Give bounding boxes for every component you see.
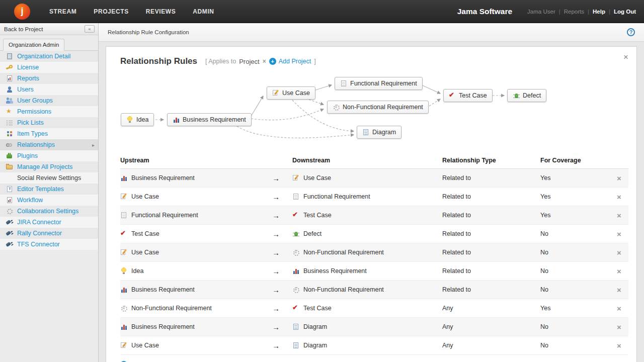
title-row: Relationship Rules [ Applies to Project …: [120, 54, 628, 69]
upstream-label: Functional Requirement: [131, 212, 198, 219]
sidebar-item-users[interactable]: Users: [0, 84, 98, 95]
arrow-right-icon: →: [272, 174, 280, 183]
diagram-node-use-case: Use Case: [267, 86, 315, 100]
nav-jama-user[interactable]: Jama User: [527, 9, 555, 15]
tab-organization-admin[interactable]: Organization Admin: [3, 39, 64, 51]
node-label: Test Case: [459, 92, 487, 99]
sidebar-item-manage-all-projects[interactable]: Manage All Projects: [0, 161, 98, 172]
arrow-right-icon: →: [272, 230, 280, 238]
close-icon[interactable]: ×: [622, 52, 629, 62]
upstream-label: Use Case: [131, 249, 159, 256]
delete-relationship-icon[interactable]: ×: [614, 230, 624, 238]
diagram-node-test-case: Test Case: [443, 89, 493, 102]
nav-reviews[interactable]: REVIEWS: [146, 8, 176, 15]
delete-relationship-icon[interactable]: ×: [614, 304, 624, 313]
sidebar-item-label: Pick Lists: [17, 119, 44, 126]
downstream-item-icon: [292, 342, 299, 349]
table-row: Business Requirement → Diagram Any No ×: [120, 318, 628, 336]
sidebar-item-relationships[interactable]: Relationships ▸: [0, 139, 98, 150]
collapse-sidebar-button[interactable]: «: [85, 25, 95, 33]
sidebar-item-rally-connector[interactable]: Rally Connector: [0, 228, 98, 239]
nav-stream[interactable]: STREAM: [49, 8, 76, 15]
sidebar-item-tfs-connector[interactable]: TFS Connector: [0, 239, 98, 250]
report-icon: [6, 75, 13, 82]
for-coverage-cell: No: [540, 243, 610, 262]
relationship-type-cell: Any: [442, 299, 540, 318]
table-row: Use Case → Non-Functional Requirement Re…: [120, 243, 628, 262]
sidebar-item-reports[interactable]: Reports: [0, 73, 98, 84]
nav-help[interactable]: Help: [593, 9, 605, 15]
downstream-item-icon: [292, 249, 299, 256]
arrow-right-icon: →: [272, 193, 280, 201]
table-row: Business Requirement → Use Case Related …: [120, 169, 628, 188]
workflow-icon: [6, 197, 13, 204]
delete-relationship-icon[interactable]: ×: [614, 193, 624, 201]
sidebar-item-label: Permissions: [17, 108, 51, 115]
sidebar-item-plugins[interactable]: Plugins: [0, 150, 98, 161]
sidebar-item-collaboration-settings[interactable]: Collaboration Settings: [0, 206, 98, 217]
applies-project-value: Project: [239, 58, 259, 65]
building-icon: [6, 53, 13, 60]
sidebar-item-license[interactable]: License: [0, 62, 98, 73]
defect-icon: [513, 92, 520, 99]
upstream-item-icon: [120, 305, 127, 312]
help-icon[interactable]: ?: [627, 28, 635, 36]
delete-relationship-icon[interactable]: ×: [614, 211, 624, 220]
delete-relationship-icon[interactable]: ×: [614, 248, 624, 257]
sidebar-item-social-review-settings[interactable]: Social Review Settings: [0, 172, 98, 184]
sidebar-item-editor-templates[interactable]: Editor Templates: [0, 184, 98, 195]
for-coverage-cell: No: [540, 281, 610, 299]
sidebar-item-permissions[interactable]: Permissions: [0, 106, 98, 117]
sidebar-menu: Organization Detail License Reports User…: [0, 51, 98, 250]
sidebar-item-pick-lists[interactable]: Pick Lists: [0, 117, 98, 128]
nav-projects[interactable]: PROJECTS: [94, 8, 128, 15]
sidebar-item-label: TFS Connector: [17, 241, 60, 248]
upstream-label: Business Requirement: [131, 286, 195, 293]
delete-relationship-icon[interactable]: ×: [614, 267, 624, 276]
key-icon: [6, 64, 13, 71]
diagram-node-diagram: Diagram: [357, 126, 401, 139]
arrow-right-icon: →: [272, 248, 280, 257]
logo-letter: j: [21, 6, 23, 17]
chevron-right-icon: ▸: [92, 142, 95, 148]
nav-reports-link[interactable]: Reports: [564, 9, 584, 15]
top-nav: j STREAM PROJECTS REVIEWS ADMIN Jama Sof…: [0, 0, 644, 23]
downstream-label: Diagram: [303, 323, 327, 330]
arrow-right-icon: →: [272, 211, 280, 220]
sidebar-item-item-types[interactable]: Item Types: [0, 128, 98, 139]
sidebar-item-user-groups[interactable]: User Groups: [0, 95, 98, 106]
page-title: Relationship Rules: [120, 56, 197, 66]
divider: |: [609, 9, 610, 15]
for-coverage-cell: Yes: [540, 299, 610, 318]
delete-relationship-icon[interactable]: ×: [614, 174, 624, 183]
badge-icon: [6, 108, 13, 115]
delete-relationship-icon[interactable]: ×: [614, 341, 624, 350]
sidebar-item-workflow[interactable]: Workflow: [0, 195, 98, 206]
sidebar-item-label: Relationships: [17, 141, 55, 148]
breadcrumb-bar: Relationship Rule Configuration ?: [99, 23, 644, 42]
sidebar-item-jira-connector[interactable]: JIRA Connector: [0, 217, 98, 228]
applies-close: ]: [314, 58, 315, 65]
jama-logo[interactable]: j: [14, 4, 30, 20]
sidebar-item-label: Reports: [17, 75, 39, 82]
for-coverage-cell: Yes: [540, 206, 610, 225]
idea-icon: [126, 116, 133, 123]
nav-logout[interactable]: Log Out: [614, 9, 636, 15]
node-label: Functional Requirement: [350, 80, 417, 87]
sidebar-item-organization-detail[interactable]: Organization Detail: [0, 51, 98, 62]
add-project-link[interactable]: + Add Project: [269, 58, 311, 65]
delete-relationship-icon[interactable]: ×: [614, 323, 624, 331]
sidebar-item-label: Editor Templates: [17, 186, 64, 193]
remove-project-icon[interactable]: ×: [263, 58, 266, 65]
column-header-relationship-type: Relationship Type: [442, 151, 540, 169]
back-to-project-link[interactable]: Back to Project: [4, 26, 43, 32]
column-header-actions: [610, 151, 628, 169]
delete-relationship-icon[interactable]: ×: [614, 286, 624, 294]
nav-admin[interactable]: ADMIN: [193, 8, 214, 15]
relationship-type-cell: Related to: [442, 169, 540, 188]
upstream-label: Test Case: [131, 230, 159, 237]
sidebar-item-label: User Groups: [17, 97, 53, 104]
upstream-item-icon: [120, 193, 127, 200]
sidebar-item-label: Collaboration Settings: [17, 208, 78, 215]
plugin-icon: [6, 152, 13, 159]
